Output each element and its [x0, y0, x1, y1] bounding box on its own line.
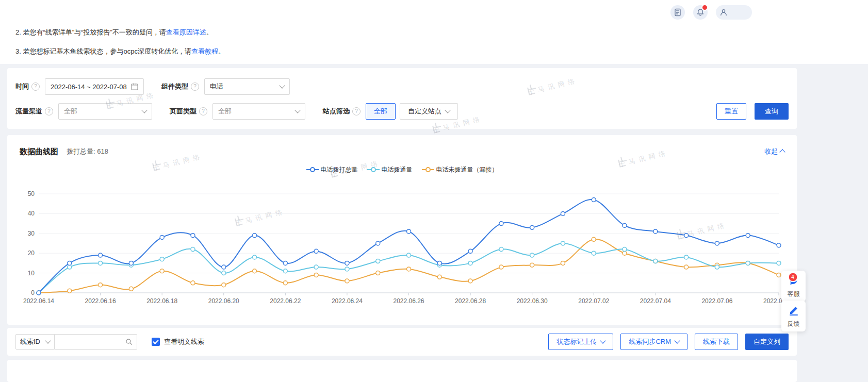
collapse-link[interactable]: 收起 — [764, 147, 784, 156]
chevron-down-icon — [600, 338, 606, 343]
file-icon[interactable] — [670, 5, 685, 20]
page-type-select[interactable]: 全部 — [212, 103, 305, 120]
help-icon[interactable]: ? — [352, 107, 361, 115]
svg-text:2022.06.24: 2022.06.24 — [332, 297, 363, 305]
chart-legend: 电话拨打总量电话拨通量电话未拨通量（漏接） — [7, 165, 797, 174]
legend-line-icon — [422, 167, 434, 172]
page-type-value: 全部 — [218, 107, 232, 116]
site-custom-label: 自定义站点 — [408, 107, 441, 116]
legend-item[interactable]: 电话未拨通量（漏接） — [422, 165, 498, 174]
component-type-label: 组件类型 — [161, 82, 188, 91]
user-icon — [719, 8, 728, 16]
notice-text: 。 — [218, 47, 225, 55]
svg-text:2022.06.20: 2022.06.20 — [208, 297, 239, 305]
svg-text:10: 10 — [28, 270, 35, 277]
svg-text:2022.06.14: 2022.06.14 — [23, 297, 54, 305]
chevron-down-icon — [279, 82, 285, 88]
svg-text:2022.06.30: 2022.06.30 — [517, 297, 548, 305]
traffic-channel-select[interactable]: 全部 — [58, 103, 152, 120]
notice-link-tutorial[interactable]: 查看教程 — [191, 47, 218, 55]
plaintext-checkbox[interactable] — [152, 338, 160, 346]
search-icon — [125, 338, 133, 345]
calendar-icon — [131, 83, 138, 90]
site-filter-label: 站点筛选 — [323, 107, 350, 116]
customer-service-widget[interactable]: 4 客服 — [781, 271, 806, 302]
chart-header: 数据曲线图 拨打总量: 618 收起 — [7, 135, 797, 157]
page: 2. 若您有“线索详单”与“投放报告”不一致的疑问，请查看原因详述。 3. 若您… — [0, 0, 868, 382]
chart-panel: 数据曲线图 拨打总量: 618 收起 电话拨打总量电话拨通量电话未拨通量（漏接）… — [7, 135, 797, 325]
chevron-down-icon — [141, 107, 147, 113]
crm-sync-button[interactable]: 线索同步CRM — [620, 334, 687, 350]
status-upload-button[interactable]: 状态标记上传 — [548, 334, 613, 350]
notice-text: 2. 若您有“线索详单”与“投放报告”不一致的疑问，请 — [15, 28, 166, 36]
filter-panel: 时间 ? 2022-06-14 ~ 2022-07-08 组件类型 ? 电话 流… — [7, 68, 797, 129]
bell-icon[interactable] — [693, 5, 708, 20]
chevron-down-icon — [445, 107, 450, 113]
chart-title: 数据曲线图 — [20, 147, 58, 157]
legend-label: 电话未拨通量（漏接） — [436, 165, 498, 174]
legend-label: 电话拨打总量 — [321, 165, 358, 174]
svg-text:2022.06.18: 2022.06.18 — [146, 297, 177, 305]
svg-text:0: 0 — [31, 289, 35, 296]
plaintext-checkbox-label: 查看明文线索 — [164, 337, 204, 346]
svg-text:2022.07.06: 2022.07.06 — [701, 297, 732, 305]
chevron-down-icon — [674, 338, 680, 343]
svg-text:2022.06.28: 2022.06.28 — [455, 297, 486, 305]
service-label: 客服 — [781, 290, 806, 298]
help-icon[interactable]: ? — [199, 107, 207, 115]
line-chart[interactable]: 010203040502022.06.142022.06.162022.06.1… — [15, 187, 787, 308]
svg-text:40: 40 — [28, 210, 35, 217]
component-type-select[interactable]: 电话 — [204, 78, 290, 95]
page-type-label: 页面类型 — [170, 107, 196, 116]
topbar-icons — [670, 5, 752, 20]
help-icon[interactable]: ? — [31, 82, 40, 91]
feedback-label: 反馈 — [781, 320, 806, 328]
notice-link-reason[interactable]: 查看原因详述 — [166, 28, 206, 36]
notice-line: 3. 若您想标记基木鱼线索状态，参与ocpc深度转化优化，请查看教程。 — [15, 42, 225, 61]
chevron-up-icon — [779, 149, 785, 155]
svg-text:2022.06.26: 2022.06.26 — [393, 297, 424, 305]
notice-text: 。 — [206, 28, 213, 36]
legend-label: 电话拨通量 — [382, 165, 413, 174]
chart-subtitle: 拨打总量: 618 — [67, 147, 108, 156]
toolbar-buttons: 状态标记上传 线索同步CRM 线索下载 自定义列 — [548, 334, 789, 350]
legend-item[interactable]: 电话拨打总量 — [306, 165, 358, 174]
lead-download-button[interactable]: 线索下载 — [695, 334, 738, 350]
legend-item[interactable]: 电话拨通量 — [367, 165, 413, 174]
svg-text:2022.07.02: 2022.07.02 — [578, 297, 609, 305]
svg-text:2022.06.22: 2022.06.22 — [270, 297, 301, 305]
notice-line: 2. 若您有“线索详单”与“投放报告”不一致的疑问，请查看原因详述。 — [15, 23, 225, 42]
header-block: 2. 若您有“线索详单”与“投放报告”不一致的疑问，请查看原因详述。 3. 若您… — [0, 0, 868, 64]
svg-text:50: 50 — [28, 190, 35, 197]
crm-sync-label: 线索同步CRM — [629, 337, 671, 346]
chat-icon: 4 — [788, 275, 799, 288]
pencil-icon — [788, 305, 799, 318]
user-menu[interactable] — [716, 5, 752, 20]
site-custom-button[interactable]: 自定义站点 — [400, 103, 458, 120]
traffic-channel-label: 流量渠道 — [15, 107, 42, 116]
leads-toolbar: 线索ID 查看明文线索 状态标记上传 线索同步CRM 线索下载 自定义列 — [7, 328, 797, 356]
service-badge: 4 — [788, 272, 798, 282]
search-input[interactable] — [59, 338, 125, 346]
reset-button[interactable]: 重置 — [716, 103, 746, 120]
svg-text:30: 30 — [28, 230, 35, 237]
date-range-input[interactable]: 2022-06-14 ~ 2022-07-08 — [45, 78, 144, 95]
svg-text:2022.06.16: 2022.06.16 — [85, 297, 116, 305]
component-type-value: 电话 — [210, 82, 223, 91]
lead-id-label: 线索ID — [20, 337, 40, 346]
custom-columns-button[interactable]: 自定义列 — [745, 334, 789, 350]
notice-text: 3. 若您想标记基木鱼线索状态，参与ocpc深度转化优化，请 — [15, 47, 191, 55]
site-all-button[interactable]: 全部 — [366, 103, 396, 120]
table-area — [7, 360, 797, 382]
query-button[interactable]: 查询 — [755, 103, 789, 120]
date-range-value: 2022-06-14 ~ 2022-07-08 — [51, 83, 127, 91]
legend-line-icon — [367, 167, 380, 172]
lead-id-select[interactable]: 线索ID — [15, 334, 55, 350]
svg-text:2022.07.04: 2022.07.04 — [640, 297, 671, 305]
feedback-widget[interactable]: 反馈 — [781, 301, 806, 331]
notice-list: 2. 若您有“线索详单”与“投放报告”不一致的疑问，请查看原因详述。 3. 若您… — [15, 23, 225, 61]
help-icon[interactable]: ? — [45, 107, 53, 115]
svg-text:20: 20 — [28, 250, 35, 257]
help-icon[interactable]: ? — [191, 82, 199, 91]
filter-row-2: 流量渠道 ? 全部 页面类型 ? 全部 站点筛选 ? 全部 自定义站点 — [15, 103, 789, 120]
